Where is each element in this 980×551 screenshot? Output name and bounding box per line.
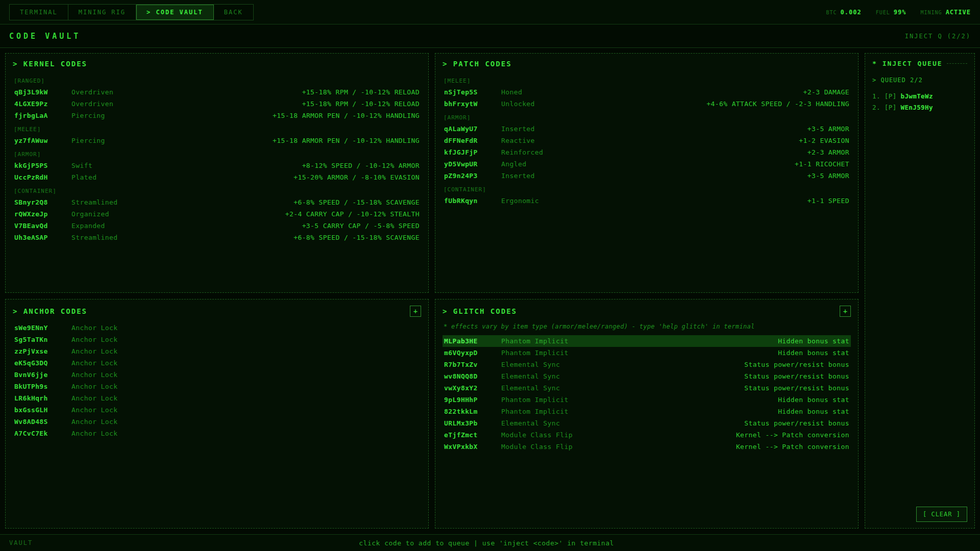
code-name: Anchor Lock: [71, 383, 420, 390]
code-row[interactable]: pZ9n24P3Inserted+3-5 ARMOR: [443, 170, 851, 182]
tab-back[interactable]: BACK: [214, 5, 253, 20]
kernel-codes-panel: > KERNEL CODES [RANGED]qBj3L9kWOverdrive…: [5, 53, 429, 293]
code-row[interactable]: qBj3L9kWOverdriven+15-18% RPM / -10-12% …: [13, 86, 421, 98]
patch-codes-list: [MELEE]nSjTep5SHoned+2-3 DAMAGEbhFrxytWU…: [443, 73, 851, 207]
stat-label: FUEL: [876, 10, 890, 15]
code-effect: Kernel --> Patch conversion: [736, 443, 849, 450]
code-row[interactable]: vwXy8xY2Elemental SyncStatus power/resis…: [443, 382, 851, 394]
code-name: Piercing: [71, 112, 273, 119]
code-name: Unlocked: [501, 100, 706, 108]
code-row[interactable]: zzPjVxseAnchor Lock: [13, 345, 421, 357]
code-id: qBj3L9kW: [14, 88, 71, 96]
code-name: Organized: [71, 210, 285, 218]
glitch-codes-panel: > GLITCH CODES + * effects vary by item …: [435, 299, 859, 529]
footer-hint: click code to add to queue | use 'inject…: [359, 539, 614, 547]
code-effect: +3-5 CARRY CAP / -5-8% SPEED: [302, 222, 420, 230]
code-name: Elemental Sync: [501, 419, 744, 427]
code-row[interactable]: yz7fAWuwPiercing+15-18 ARMOR PEN / -10-1…: [13, 135, 421, 146]
code-row[interactable]: V7BEavQdExpanded+3-5 CARRY CAP / -5-8% S…: [13, 220, 421, 232]
code-row[interactable]: 4LGXE9PzOverdriven+15-18% RPM / -10-12% …: [13, 98, 421, 110]
tab-code-vault[interactable]: > CODE VAULT: [136, 5, 214, 20]
clear-queue-button[interactable]: [ CLEAR ]: [916, 507, 967, 522]
code-row[interactable]: Sg5TaTKnAnchor Lock: [13, 334, 421, 345]
code-name: Swift: [71, 162, 302, 169]
code-row[interactable]: bxGssGLHAnchor Lock: [13, 404, 421, 416]
inject-queue-header: * INJECT QUEUE: [872, 60, 967, 67]
code-name: Phantom Implicit: [501, 408, 778, 415]
code-row[interactable]: MLPab3HEPhantom ImplicitHidden bonus sta…: [443, 335, 851, 347]
glitch-codes-list: MLPab3HEPhantom ImplicitHidden bonus sta…: [443, 335, 851, 453]
code-row[interactable]: LR6kHqrhAnchor Lock: [13, 392, 421, 404]
code-row[interactable]: SBnyr2Q8Streamlined+6-8% SPEED / -15-18%…: [13, 196, 421, 208]
code-row[interactable]: A7CvC7EkAnchor Lock: [13, 428, 421, 439]
code-row[interactable]: WxVPxkbXModule Class FlipKernel --> Patc…: [443, 441, 851, 453]
add-glitch-button[interactable]: +: [840, 306, 851, 317]
code-id: LR6kHqrh: [14, 394, 71, 402]
code-id: 9pL9HHhP: [444, 396, 501, 404]
tab-terminal[interactable]: TERMINAL: [10, 5, 68, 20]
code-row[interactable]: BkUTPh9sAnchor Lock: [13, 381, 421, 392]
code-name: Module Class Flip: [501, 443, 736, 450]
patch-codes-panel: > PATCH CODES [MELEE]nSjTep5SHoned+2-3 D…: [435, 53, 859, 293]
code-row[interactable]: URLMx3PbElemental SyncStatus power/resis…: [443, 417, 851, 429]
code-id: pZ9n24P3: [444, 172, 501, 180]
code-row[interactable]: yD5VwpURAngled+1-1 RICOCHET: [443, 158, 851, 170]
code-row[interactable]: m6VQyxpDPhantom ImplicitHidden bonus sta…: [443, 347, 851, 359]
code-effect: Status power/resist bonus: [744, 419, 849, 427]
status-stats: BTC0.002FUEL99%MININGACTIVE: [826, 9, 971, 16]
code-row[interactable]: nSjTep5SHoned+2-3 DAMAGE: [443, 86, 851, 98]
code-row[interactable]: kkGjP5PSSwift+8-12% SPEED / -10-12% ARMO…: [13, 160, 421, 171]
code-row[interactable]: 822tkkLmPhantom ImplicitHidden bonus sta…: [443, 406, 851, 417]
code-id: 822tkkLm: [444, 408, 501, 415]
code-row[interactable]: dFFNeFdRReactive+1-2 EVASION: [443, 135, 851, 146]
code-id: yD5VwpUR: [444, 160, 501, 168]
code-id: wv8NQQ8D: [444, 372, 501, 380]
code-row[interactable]: fUbRKqynErgonomic+1-1 SPEED: [443, 195, 851, 207]
code-effect: +6-8% SPEED / -15-18% SCAVENGE: [293, 198, 420, 206]
code-id: eTjfZmct: [444, 431, 501, 439]
code-name: Reinforced: [501, 148, 807, 156]
code-id: Wv8AD48S: [14, 418, 71, 425]
code-id: fjrbgLaA: [14, 112, 71, 119]
code-id: Uh3eASAP: [14, 234, 71, 241]
code-row[interactable]: R7b7TxZvElemental SyncStatus power/resis…: [443, 359, 851, 370]
top-bar: TERMINALMINING RIG> CODE VAULTBACK BTC0.…: [0, 0, 980, 24]
code-row[interactable]: kfJGJFjPReinforced+2-3 ARMOR: [443, 146, 851, 158]
code-name: Inserted: [501, 172, 807, 180]
code-id: fUbRKqyn: [444, 197, 501, 205]
glitch-codes-header: > GLITCH CODES +: [443, 306, 851, 317]
queue-item[interactable]: 1. [P] bJwmTeWz: [872, 92, 967, 100]
add-anchor-button[interactable]: +: [410, 306, 421, 317]
code-row[interactable]: BvnV6jjeAnchor Lock: [13, 369, 421, 381]
kernel-codes-title: > KERNEL CODES: [13, 60, 87, 68]
code-row[interactable]: sWe9ENnYAnchor Lock: [13, 322, 421, 334]
code-name: Module Class Flip: [501, 431, 736, 439]
code-row[interactable]: rQWXzeJpOrganized+2-4 CARRY CAP / -10-12…: [13, 208, 421, 220]
code-row[interactable]: eTjfZmctModule Class FlipKernel --> Patc…: [443, 429, 851, 441]
anchor-codes-header: > ANCHOR CODES +: [13, 306, 421, 317]
code-id: Sg5TaTKn: [14, 336, 71, 343]
code-row[interactable]: Uh3eASAPStreamlined+6-8% SPEED / -15-18%…: [13, 232, 421, 243]
code-id: kkGjP5PS: [14, 162, 71, 169]
code-row[interactable]: Wv8AD48SAnchor Lock: [13, 416, 421, 428]
code-row[interactable]: bhFrxytWUnlocked+4-6% ATTACK SPEED / -2-…: [443, 98, 851, 110]
code-row[interactable]: eK5qG3DQAnchor Lock: [13, 357, 421, 369]
code-effect: +1-2 EVASION: [799, 137, 849, 144]
queue-item-prefix: 1. [P]: [872, 92, 900, 100]
code-row[interactable]: 9pL9HHhPPhantom ImplicitHidden bonus sta…: [443, 394, 851, 406]
code-effect: +15-18% RPM / -10-12% RELOAD: [302, 100, 420, 108]
anchor-codes-panel: > ANCHOR CODES + sWe9ENnYAnchor LockSg5T…: [5, 299, 429, 529]
code-row[interactable]: fjrbgLaAPiercing+15-18 ARMOR PEN / -10-1…: [13, 110, 421, 121]
footer-label: VAULT: [9, 539, 33, 546]
code-effect: +3-5 ARMOR: [807, 125, 849, 133]
patch-codes-header: > PATCH CODES: [443, 60, 851, 68]
queue-item[interactable]: 2. [P] WEnJ59Hy: [872, 104, 967, 111]
tab-mining-rig[interactable]: MINING RIG: [68, 5, 136, 20]
code-id: bxGssGLH: [14, 406, 71, 414]
code-name: Inserted: [501, 125, 807, 133]
code-id: dFFNeFdR: [444, 137, 501, 144]
code-id: UccPzRdH: [14, 173, 71, 181]
code-row[interactable]: wv8NQQ8DElemental SyncStatus power/resis…: [443, 370, 851, 382]
code-row[interactable]: qALaWyU7Inserted+3-5 ARMOR: [443, 123, 851, 135]
code-row[interactable]: UccPzRdHPlated+15-20% ARMOR / -8-10% EVA…: [13, 171, 421, 183]
